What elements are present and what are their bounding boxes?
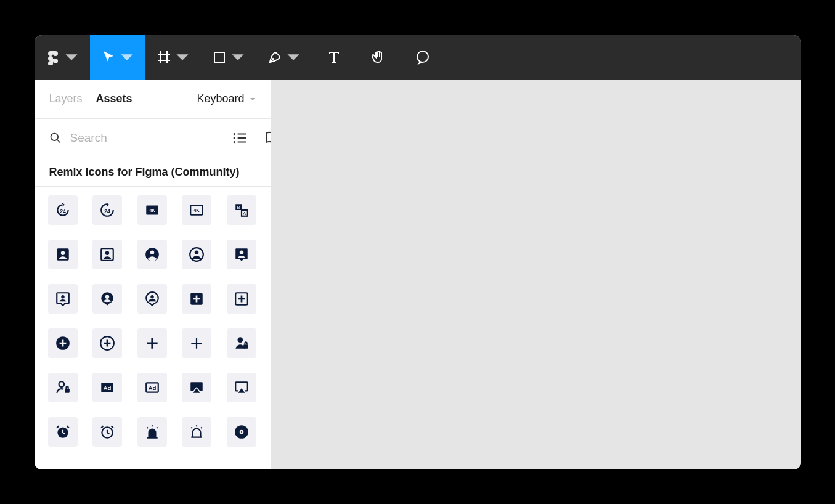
asset-add-box-fill[interactable] [182,284,211,314]
asset-advertisement-fill[interactable] [92,373,122,402]
account-circle-line-icon [189,246,205,262]
4k-fill-icon [144,202,160,218]
asset-a-b-translate[interactable] [227,195,256,225]
admin-line-icon [55,380,71,396]
alarm-line-icon [99,424,115,440]
chevron-down-icon [230,50,245,65]
4k-line-icon [189,202,205,218]
asset-account-circle-line[interactable] [182,240,211,269]
account-circle-fill-icon [144,246,160,262]
asset-4k-line[interactable] [182,195,211,225]
main-area: Layers Assets Keyboard Remix Icons for F… [35,80,801,469]
account-box-fill-icon [55,246,71,262]
asset-account-box-line[interactable] [92,240,122,269]
tab-layers[interactable]: Layers [49,92,83,105]
chevron-down-icon [175,50,190,65]
24-hours-fill-icon [55,202,71,218]
left-panel: Layers Assets Keyboard Remix Icons for F… [35,80,271,469]
search-row [35,119,271,157]
chevron-down-icon [120,50,134,65]
asset-airplay-line[interactable] [227,373,256,402]
search-input[interactable] [70,131,216,145]
hand-tool[interactable] [356,35,401,80]
account-box-line-icon [99,246,115,262]
a-b-translate-icon [234,202,250,218]
asset-album-fill[interactable] [227,417,256,447]
asset-advertisement-line[interactable] [137,373,167,402]
account-pin-circle-fill-icon [99,291,115,307]
alarm-fill-icon [55,424,71,440]
comment-tool[interactable] [401,35,445,80]
canvas[interactable] [271,80,801,469]
asset-account-box-fill[interactable] [48,240,78,269]
asset-alarm-warning-line[interactable] [182,417,211,447]
alarm-warning-line-icon [189,424,205,440]
asset-24-hours-fill[interactable] [48,195,78,225]
add-box-fill-icon [189,291,205,307]
library-section-header[interactable]: Remix Icons for Figma (Community) [35,157,271,187]
asset-alarm-line[interactable] [92,417,122,447]
app-window: Layers Assets Keyboard Remix Icons for F… [35,35,801,469]
page-selector-label: Keyboard [197,92,244,105]
account-pin-box-line-icon [55,291,71,307]
rectangle-tool[interactable] [201,35,256,80]
add-circle-fill-icon [55,335,71,351]
asset-account-pin-circle-fill[interactable] [92,284,122,314]
add-box-line-icon [234,291,250,307]
asset-add-circle-line[interactable] [92,328,122,358]
list-view-icon[interactable] [232,130,248,146]
asset-grid [35,187,271,455]
asset-airplay-fill[interactable] [182,373,211,402]
asset-alarm-fill[interactable] [48,417,78,447]
figma-menu[interactable] [35,35,90,80]
asset-add-fill[interactable] [137,328,167,358]
asset-account-pin-box-line[interactable] [48,284,78,314]
admin-fill-icon [234,335,250,351]
asset-admin-fill[interactable] [227,328,256,358]
search-icon [49,132,62,144]
add-fill-icon [144,335,160,351]
advertisement-fill-icon [99,380,115,396]
asset-add-box-line[interactable] [227,284,256,314]
airplay-fill-icon [189,380,205,396]
advertisement-line-icon [144,380,160,396]
airplay-line-icon [234,380,250,396]
asset-account-pin-box-fill[interactable] [227,240,256,269]
chevron-down-icon [286,50,301,65]
text-tool[interactable] [312,35,356,80]
panel-tabs: Layers Assets Keyboard [35,80,271,119]
asset-account-pin-circle-line[interactable] [137,284,167,314]
move-tool[interactable] [90,35,145,80]
asset-account-circle-fill[interactable] [137,240,167,269]
add-circle-line-icon [99,335,115,351]
account-pin-circle-line-icon [144,291,160,307]
24-hours-line-icon [99,202,115,218]
chevron-down-icon [64,50,79,65]
asset-4k-fill[interactable] [137,195,167,225]
asset-24-hours-line[interactable] [92,195,122,225]
asset-add-circle-fill[interactable] [48,328,78,358]
chevron-down-icon [250,96,256,102]
library-icon[interactable] [264,130,271,146]
account-pin-box-fill-icon [234,246,250,262]
tab-assets[interactable]: Assets [96,92,132,105]
alarm-warning-fill-icon [144,424,160,440]
pen-tool[interactable] [256,35,312,80]
album-fill-icon [234,424,250,440]
asset-alarm-warning-fill[interactable] [137,417,167,447]
page-selector[interactable]: Keyboard [197,92,255,105]
add-line-icon [189,335,205,351]
toolbar [35,35,801,80]
frame-tool[interactable] [145,35,201,80]
asset-add-line[interactable] [182,328,211,358]
asset-admin-line[interactable] [48,373,78,402]
